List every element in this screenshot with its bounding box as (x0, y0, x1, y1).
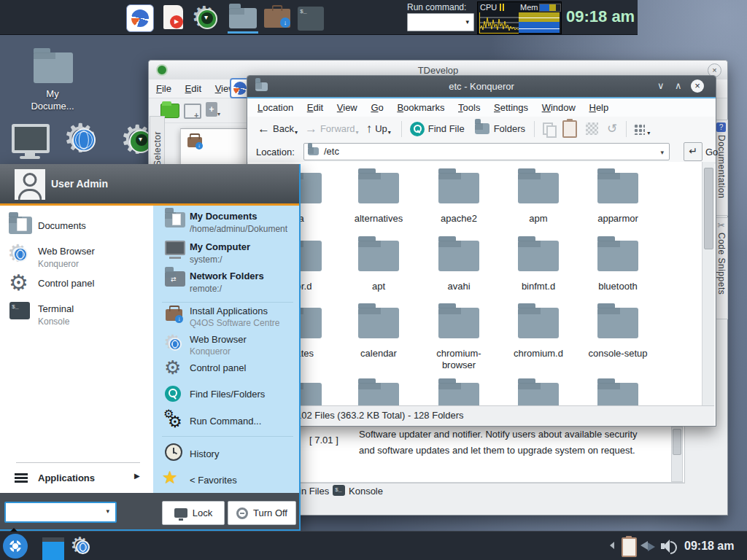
undo-icon[interactable]: ↺ (607, 121, 617, 136)
go-button[interactable]: Go (705, 147, 718, 158)
software-update-launcher[interactable]: ⚙ ▾ (191, 2, 222, 33)
folder-icon[interactable] (518, 383, 559, 405)
folder-label[interactable]: apm (500, 213, 576, 224)
panel-clock[interactable]: 09:18 am (566, 7, 635, 26)
folder-icon[interactable] (518, 173, 559, 203)
menu-item-web-browser[interactable]: ⚙ Web Browser Konqueror (0, 240, 153, 272)
scrollbar[interactable] (702, 162, 714, 405)
folder-label[interactable]: bluetooth (580, 281, 656, 292)
system-monitor[interactable]: CPU Mem (477, 1, 562, 34)
folder-icon[interactable] (438, 173, 479, 203)
folder-label[interactable]: binfmt.d (500, 281, 576, 292)
chevron-down-icon[interactable]: ▾ (388, 129, 391, 136)
turn-off-button[interactable]: Turn Off (228, 501, 296, 525)
menu-item-history[interactable]: History (155, 443, 299, 469)
copy-icon[interactable] (543, 122, 554, 136)
run-command-input[interactable]: ▾ (407, 13, 474, 31)
menu-item-terminal[interactable]: $_ Terminal Konsole (0, 300, 153, 332)
folder-label[interactable]: apache2 (421, 213, 497, 224)
presentation-doc-launcher[interactable]: ▶ (163, 5, 183, 29)
folder-label[interactable]: alternatives (341, 213, 417, 224)
maximize-icon[interactable]: ∧ (675, 80, 682, 91)
forward-icon[interactable]: → (305, 122, 317, 136)
location-input[interactable]: /etc ▾ (303, 143, 670, 160)
find-file-button[interactable]: Find File (428, 123, 465, 134)
folder-label[interactable]: console-setup (580, 348, 656, 359)
file-manager-launcher[interactable] (229, 8, 257, 28)
chevron-down-icon[interactable]: ▾ (465, 18, 469, 26)
menu-item-control-panel-2[interactable]: ⚙ Control panel (155, 358, 299, 384)
menu-item-applications[interactable]: Applications ▶ (0, 468, 153, 491)
menu-item-my-documents[interactable]: My Documents /home/adminu/Dokument (155, 208, 299, 238)
statistics-app-launcher[interactable] (126, 4, 154, 32)
menu-item-favorites[interactable]: ★ < Favorites (155, 469, 299, 495)
folder-icon[interactable] (438, 241, 479, 271)
close-icon[interactable]: × (691, 79, 704, 93)
back-icon[interactable]: ← (258, 122, 270, 136)
scrollbar-thumb[interactable] (673, 429, 681, 455)
folder-label[interactable]: avahi (421, 281, 497, 292)
folder-icon[interactable] (597, 241, 638, 271)
menu-item-control-panel[interactable]: ⚙ Control panel (0, 272, 153, 301)
desktop-icon-konqueror[interactable]: ⚙ (63, 118, 107, 162)
folder-icon[interactable] (438, 308, 479, 338)
forward-button[interactable]: Forward (320, 123, 355, 134)
menu-location[interactable]: Location (258, 98, 293, 117)
menu-help[interactable]: Help (589, 98, 609, 117)
tray-expander-icon[interactable] (610, 542, 614, 549)
minimize-icon[interactable]: ∨ (657, 80, 665, 91)
tab-grep-in-files[interactable]: in Files (299, 486, 329, 497)
folder-icon[interactable] (518, 308, 559, 338)
folder-icon[interactable] (358, 241, 399, 271)
chevron-down-icon[interactable]: ▾ (660, 149, 664, 156)
folder-icon[interactable] (597, 173, 638, 203)
start-menu-button[interactable] (3, 534, 28, 559)
menu-item-network-folders[interactable]: ⇄ Network Folders remote:/ (155, 266, 299, 297)
taskbar-konqueror-icon[interactable]: ⚙ (70, 534, 95, 558)
desktop-icon-my-documents[interactable]: My Docume... (22, 50, 83, 120)
folder-icon[interactable] (438, 383, 479, 405)
lock-button[interactable]: Lock (162, 501, 225, 525)
go-enter-icon[interactable]: ↵ (684, 142, 703, 161)
paste-icon[interactable] (562, 120, 577, 138)
menu-edit[interactable]: Edit (185, 79, 201, 98)
menu-go[interactable]: Go (371, 98, 383, 117)
chevron-down-icon[interactable]: ▾ (217, 111, 220, 117)
menu-window[interactable]: Window (542, 98, 576, 117)
network-icon[interactable] (640, 541, 648, 550)
up-icon[interactable]: ↑ (366, 122, 373, 136)
chevron-down-icon[interactable]: ▾ (106, 508, 109, 515)
up-button[interactable]: Up (375, 123, 387, 134)
konqueror-titlebar[interactable]: etc - Konqueror ∨ ∧ × (247, 76, 716, 97)
menu-settings[interactable]: Settings (494, 98, 528, 117)
menu-item-install-applications[interactable]: ↓ Install Applications Q4OS Software Cen… (155, 304, 299, 333)
folders-button[interactable]: Folders (494, 123, 525, 134)
menu-file[interactable]: File (156, 79, 171, 98)
show-desktop-button[interactable] (42, 537, 64, 560)
menu-bookmarks[interactable]: Bookmarks (397, 98, 444, 117)
tab-konsole[interactable]: Konsole (349, 486, 383, 497)
folders-icon[interactable] (475, 123, 489, 134)
taskbar-clock[interactable]: 09:18 am (684, 540, 735, 553)
folder-icon[interactable] (518, 241, 559, 271)
scrollbar[interactable] (671, 427, 683, 482)
menu-tools[interactable]: Tools (458, 98, 480, 117)
folder-label[interactable]: chromium-browser (421, 348, 497, 371)
folder-label[interactable]: chromium.d (500, 348, 576, 359)
folder-label[interactable]: apt (341, 281, 417, 292)
folder-icon[interactable] (358, 383, 399, 405)
menu-item-my-computer[interactable]: My Computer system:/ (155, 237, 299, 268)
menu-edit[interactable]: Edit (307, 98, 323, 117)
scrollbar-thumb[interactable] (704, 168, 713, 249)
folder-label[interactable]: apparmor (580, 213, 656, 224)
desktop-icon-my-computer[interactable] (10, 122, 51, 160)
render-icon[interactable] (586, 122, 598, 135)
folder-label[interactable]: calendar (341, 348, 417, 359)
view-mode-icon[interactable] (633, 123, 645, 135)
terminal-launcher[interactable]: $_ (298, 7, 324, 31)
folder-icon[interactable] (358, 173, 399, 203)
clipboard-icon[interactable] (622, 537, 637, 557)
folder-icon[interactable] (597, 383, 638, 405)
volume-icon[interactable] (661, 540, 667, 553)
search-combobox[interactable]: ▾ (4, 502, 117, 523)
